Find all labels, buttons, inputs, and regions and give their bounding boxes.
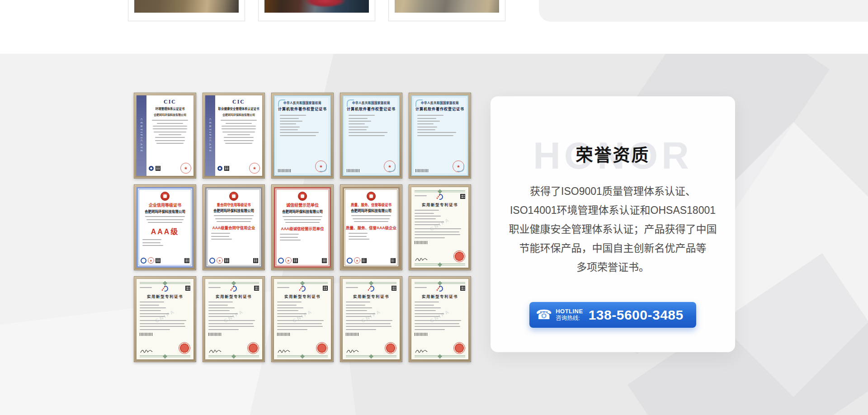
text-line [415,213,434,214]
certificate-card[interactable]: 实用新型专利证书 CNIPA [134,276,196,362]
text-line [277,307,303,308]
honor-description-line: ISO14001环境管理体系认证和OHSAS18001 [510,201,716,220]
cic-logo-icon [149,166,154,171]
certificate-paper: 实用新型专利证书 CNIPA [274,279,331,359]
text-line [140,320,186,321]
cic-logo-icon [217,166,222,171]
text-line [221,120,257,121]
certificate-card[interactable]: 重合同守信用等级证书 合肥珂玛环保科技有限公司 AAA级重合同守信用企业 [203,184,265,270]
signature-icon [415,349,428,354]
hotline-labels: HOTLINE 咨询热线: [556,308,583,322]
certificate-company: 合肥珂玛环保科技有限公司 [145,209,185,214]
certificate-card[interactable]: 中华人民共和国国家版权局 计算机软件著作权登记证书 [340,93,402,179]
text-line [211,239,232,240]
certificate-card[interactable]: 实用新型专利证书 CNIPA [409,184,471,270]
barcode-icon [277,333,291,336]
credit-logo-icon [347,258,353,264]
text-line [222,126,255,127]
qr-code-icon [460,194,465,199]
text-line [208,326,254,327]
project-photo-card[interactable] [258,0,375,21]
barcode-icon [278,169,292,172]
text-line [417,127,437,127]
certificate-card[interactable]: CERTIFICATE CIC 环境管理体系认证证书 合肥珂玛环保科技有限公司 [134,93,196,179]
text-line [224,137,254,138]
qr-code-icon [460,286,465,291]
certificate-paper: 质量、服务、信誉等级证书 合肥珂玛环保科技有限公司 质量、服务、信誉AAA级企业 [343,187,400,268]
signature-icon [415,257,428,262]
hotline-number: 138-5600-3485 [589,307,684,323]
text-line [415,323,459,324]
text-line [346,287,358,288]
certificate-award: AAA级重合同守信用企业 [212,225,255,230]
certificate-card[interactable]: 中华人民共和国国家版权局 计算机软件著作权登记证书 [271,93,334,179]
text-line [140,307,166,308]
text-line [346,302,370,302]
red-seal-icon [315,160,327,172]
text-line [277,313,307,314]
text-line [346,326,392,327]
text-line [224,140,254,141]
project-photo-card[interactable] [128,0,245,21]
text-line [349,123,365,124]
certificate-card[interactable]: 实用新型专利证书 CNIPA [271,276,334,362]
certificate-card[interactable]: CERTIFICATE CIC 职业健康安全管理体系认证证书 合肥珂玛环保科技有… [203,93,265,179]
certificate-card[interactable]: 实用新型专利证书 CNIPA [409,276,471,362]
text-line [280,115,306,116]
certificate-card[interactable]: 实用新型专利证书 CNIPA [203,276,265,362]
text-line [417,132,456,133]
certificate-award: AAA级 [151,226,179,236]
red-emblem-icon [367,192,376,201]
text-line [415,326,460,327]
text-line [214,215,254,216]
certificate-card[interactable]: 质量、服务、信誉等级证书 合肥珂玛环保科技有限公司 质量、服务、信誉AAA级企业 [340,184,402,270]
text-line [417,135,453,136]
section-title: 荣誉资质 [491,145,735,166]
text-line [280,132,319,133]
hotline-button[interactable]: ☎ HOTLINE 咨询热线: 138-5600-3485 [529,302,696,328]
qr-code-icon [156,258,160,263]
certificate-card[interactable]: 实用新型专利证书 CNIPA [340,276,402,362]
certificate-side-band: CERTIFICATE [137,95,146,176]
text-line [285,222,320,223]
certificate-title: 诚信经营示范单位 [286,202,319,208]
green-flourish [208,355,259,357]
text-line [142,245,163,246]
text-line [208,313,238,314]
text-line [349,129,367,130]
certificate-paper: CERTIFICATE CIC 环境管理体系认证证书 合肥珂玛环保科技有限公司 [137,95,193,176]
text-line [208,323,253,324]
text-line [349,118,368,119]
project-photo-card[interactable] [388,0,505,21]
qr-code-icon [184,258,189,263]
text-line [415,231,459,232]
text-line [140,323,184,324]
certificate-title: 职业健康安全管理体系认证证书 [218,106,259,111]
text-line [415,307,441,308]
credit-logo-icon [278,258,284,264]
text-line [353,218,390,219]
text-line [280,123,296,124]
text-line [140,287,152,288]
certificate-card[interactable]: 企业信用等级证书 合肥珂玛环保科技有限公司 AAA级 [134,184,196,270]
text-line [417,118,436,119]
green-flourish [415,355,465,357]
text-line [280,234,299,235]
certificate-card[interactable]: 诚信经营示范单位 合肥珂玛环保科技有限公司 AAA级诚信经营示范单位 [271,184,334,270]
text-line [153,126,187,127]
text-line [215,218,252,219]
cnipa-logo-icon [368,286,375,292]
text-line [208,310,230,311]
certificate-paper: 中华人民共和国国家版权局 计算机软件著作权登记证书 [274,95,331,176]
text-line [208,287,221,288]
text-line [415,329,445,330]
red-emblem-icon [298,192,307,201]
text-line [346,305,365,306]
text-line [346,329,376,330]
text-line [415,234,460,235]
barcode-icon [140,333,153,336]
certificate-title: 实用新型专利证书 [140,293,190,299]
text-line [277,310,298,311]
cnipa-logo-icon [437,194,443,200]
certificate-card[interactable]: 中华人民共和国国家版权局 计算机软件著作权登记证书 [409,93,471,179]
